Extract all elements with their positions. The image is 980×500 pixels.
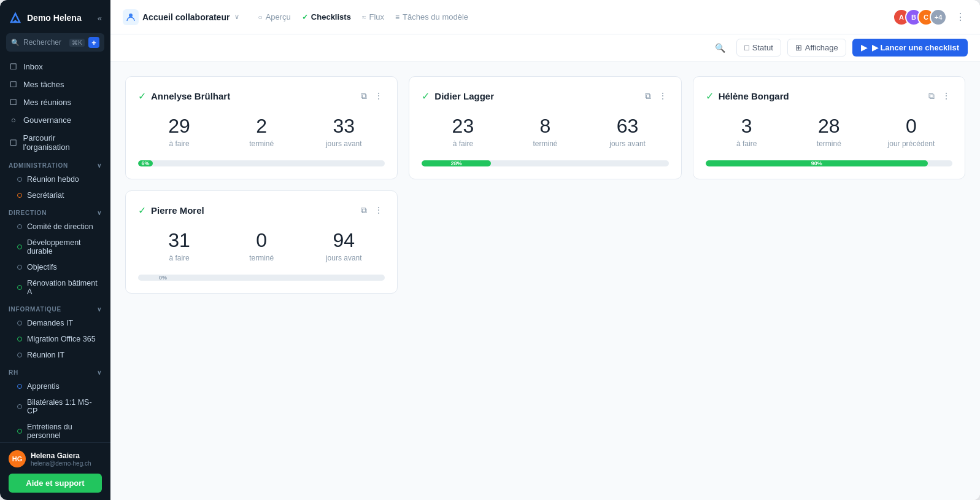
- topbar: Accueil collaborateur ∨ ○ Aperçu ✓ Check…: [110, 0, 980, 34]
- dot-icon: [17, 429, 22, 434]
- stat-num: 2: [220, 115, 303, 137]
- svg-marker-1: [13, 20, 18, 22]
- dot-icon: [17, 321, 22, 326]
- card-annelyse: ✓ Annelyse Brülhart ⧉ ⋮ 29 à faire: [125, 76, 398, 179]
- sidebar-item-apprentis[interactable]: Apprentis: [0, 378, 110, 394]
- sidebar-item-secretariat[interactable]: Secrétariat: [0, 187, 110, 203]
- affichage-button[interactable]: ⊞ Affichage: [787, 39, 846, 57]
- stat-label: terminé: [220, 254, 303, 262]
- section-chevron[interactable]: ∨: [97, 306, 102, 313]
- card-title-row: ✓ Hélène Bongard: [706, 90, 789, 102]
- tab-checklists[interactable]: ✓ Checklists: [302, 12, 351, 21]
- sidebar: Demo Helena « 🔍 Rechercher ⌘K + ☐ Inbox …: [0, 0, 110, 500]
- tab-apercu[interactable]: ○ Aperçu: [258, 12, 290, 21]
- progress-label: 90%: [811, 160, 822, 166]
- tab-taches-modele[interactable]: ≡ Tâches du modèle: [395, 12, 468, 21]
- dot-icon: [17, 337, 22, 342]
- support-button[interactable]: Aide et support: [9, 474, 102, 493]
- card-menu-icon[interactable]: ⋮: [372, 203, 385, 217]
- stat-a-faire: 3 à faire: [706, 115, 788, 148]
- section-chevron[interactable]: ∨: [97, 369, 102, 376]
- dot-icon: [17, 265, 22, 270]
- card-actions: ⧉ ⋮: [359, 89, 385, 103]
- sidebar-logo: Demo Helena: [9, 11, 82, 25]
- dot-icon: [17, 404, 22, 409]
- card-copy-icon[interactable]: ⧉: [359, 203, 369, 217]
- sidebar-footer: HG Helena Gaiera helena@demo-heg.ch Aide…: [0, 442, 110, 500]
- collapse-button[interactable]: «: [98, 14, 102, 23]
- topbar-nav: ○ Aperçu ✓ Checklists ≈ Flux ≡ Tâches du…: [252, 12, 881, 21]
- sidebar-item-demandes-it[interactable]: Demandes IT: [0, 315, 110, 331]
- user-name: Helena Gaiera: [31, 451, 102, 460]
- sidebar-item-migration-office[interactable]: Migration Office 365: [0, 331, 110, 347]
- stat-a-faire: 31 à faire: [138, 230, 220, 262]
- sidebar-item-reunion-it[interactable]: Réunion IT: [0, 347, 110, 363]
- card-stats-didier: 23 à faire 8 terminé 63 jours avant: [422, 115, 668, 148]
- search-shortcut: ⌘K: [69, 39, 85, 47]
- card-title-row: ✓ Pierre Morel: [138, 205, 204, 216]
- statut-icon: □: [744, 43, 749, 52]
- stat-label: jours avant: [587, 139, 669, 148]
- sidebar-item-comite-direction[interactable]: Comité de direction: [0, 219, 110, 235]
- new-item-button[interactable]: +: [88, 37, 99, 48]
- sidebar-item-parcourir[interactable]: ☐ Parcourir l'organisation: [0, 129, 110, 156]
- launch-checklist-button[interactable]: ▶ ▶ Lancer une checklist: [852, 39, 968, 57]
- topbar-left: Accueil collaborateur ∨: [123, 9, 239, 25]
- sidebar-item-renovation-batiment[interactable]: Rénovation bâtiment A: [0, 275, 110, 300]
- content-area: ✓ Annelyse Brülhart ⧉ ⋮ 29 à faire: [110, 61, 980, 500]
- card-menu-icon[interactable]: ⋮: [657, 89, 669, 103]
- sidebar-item-entretiens[interactable]: Entretiens du personnel: [0, 419, 110, 442]
- section-chevron[interactable]: ∨: [97, 209, 102, 216]
- progress-label: 0%: [159, 275, 167, 281]
- inbox-icon: ☐: [9, 62, 18, 71]
- card-copy-icon[interactable]: ⧉: [643, 89, 653, 103]
- dot-icon: [17, 353, 22, 357]
- search-button[interactable]: 🔍: [710, 41, 730, 55]
- dot-icon: [17, 193, 22, 198]
- check-circle-icon: ✓: [422, 90, 430, 102]
- card-copy-icon[interactable]: ⧉: [359, 89, 369, 103]
- stat-num: 23: [422, 115, 504, 137]
- card-header-annelyse: ✓ Annelyse Brülhart ⧉ ⋮: [138, 89, 385, 103]
- tab-flux[interactable]: ≈ Flux: [362, 12, 384, 21]
- sidebar-item-objectifs[interactable]: Objectifs: [0, 259, 110, 275]
- sidebar-item-mes-taches[interactable]: ☐ Mes tâches: [0, 76, 110, 93]
- card-menu-icon[interactable]: ⋮: [940, 89, 952, 103]
- more-options-button[interactable]: ⋮: [953, 9, 968, 25]
- sidebar-item-bilaterales[interactable]: Bilatérales 1:1 MS-CP: [0, 394, 110, 419]
- sidebar-item-label: Mes tâches: [23, 80, 64, 89]
- taches-icon: ≡: [395, 13, 399, 21]
- sidebar-item-developpement-durable[interactable]: Développement durable: [0, 235, 110, 259]
- stat-label: terminé: [504, 139, 586, 148]
- sub-topbar: 🔍 □ Statut ⊞ Affichage ▶ ▶ Lancer une ch…: [110, 34, 980, 61]
- check-circle-icon: ✓: [138, 205, 146, 216]
- stat-label: à faire: [706, 139, 788, 148]
- stat-num: 94: [303, 230, 385, 251]
- search-placeholder-text: Rechercher: [23, 38, 66, 47]
- stat-num: 28: [788, 115, 870, 137]
- section-label-rh: RH ∨: [0, 363, 110, 378]
- sidebar-item-reunion-hebdo[interactable]: Réunion hebdo: [0, 171, 110, 187]
- browse-icon: ☐: [9, 138, 18, 147]
- card-helene: ✓ Hélène Bongard ⧉ ⋮ 3 à faire: [693, 76, 965, 179]
- sidebar-search[interactable]: 🔍 Rechercher ⌘K +: [6, 33, 104, 52]
- card-copy-icon[interactable]: ⧉: [927, 89, 936, 103]
- statut-button[interactable]: □ Statut: [736, 39, 781, 57]
- sidebar-item-gouvernance[interactable]: ○ Gouvernance: [0, 111, 110, 129]
- sidebar-item-mes-reunions[interactable]: ☐ Mes réunions: [0, 93, 110, 111]
- sidebar-item-label: Gouvernance: [23, 115, 71, 125]
- card-didier: ✓ Didier Lagger ⧉ ⋮ 23 à faire: [409, 76, 681, 179]
- sidebar-item-inbox[interactable]: ☐ Inbox: [0, 58, 110, 76]
- avatars-group: A B C +4: [893, 9, 947, 26]
- card-menu-icon[interactable]: ⋮: [372, 89, 385, 103]
- progress-label: 28%: [451, 160, 462, 166]
- page-caret-icon: ∨: [234, 13, 239, 21]
- topbar-right: A B C +4 ⋮: [893, 9, 968, 26]
- sidebar-nav: ☐ Inbox ☐ Mes tâches ☐ Mes réunions ○ Go…: [0, 58, 110, 442]
- stat-a-faire: 29 à faire: [138, 115, 220, 148]
- progress-bar-helene: 90%: [706, 160, 952, 166]
- section-chevron[interactable]: ∨: [97, 162, 102, 169]
- check-icon: ✓: [302, 13, 308, 21]
- card-stats-helene: 3 à faire 28 terminé 0 jour précédent: [706, 115, 952, 148]
- progress-fill: 6%: [138, 160, 153, 166]
